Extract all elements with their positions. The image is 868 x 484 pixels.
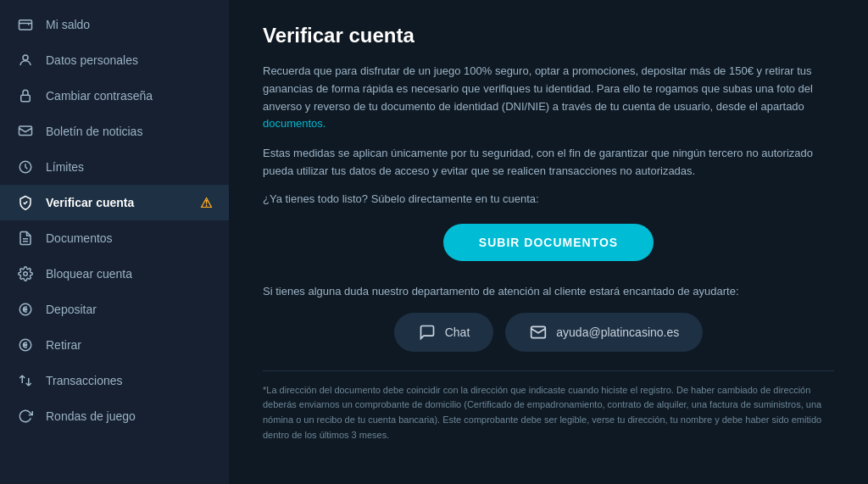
sidebar-item-mi-saldo[interactable]: Mi saldo (0, 7, 229, 42)
upload-prompt: ¿Ya tienes todo listo? Súbelo directamen… (263, 192, 834, 205)
sidebar-item-documentos[interactable]: Documentos (0, 220, 229, 256)
email-icon (529, 323, 548, 342)
warning-icon: ⚠ (200, 195, 212, 211)
sidebar-label: Boletín de noticias (46, 125, 142, 138)
sidebar-label: Cambiar contraseña (46, 89, 153, 103)
document-icon (17, 230, 34, 247)
svg-point-1 (23, 55, 28, 60)
sidebar-label: Rondas de juego (46, 409, 136, 423)
sidebar-label: Documentos (46, 231, 113, 245)
measures-paragraph: Estas medidas se aplican únicamente por … (263, 145, 834, 181)
svg-rect-3 (19, 126, 32, 136)
clock-icon (17, 159, 34, 175)
description-paragraph-1: Recuerda que para disfrutar de un juego … (263, 63, 834, 133)
contact-section: Chat ayuda@platincasino.es (263, 313, 834, 352)
message-icon (17, 123, 34, 140)
gear-icon (17, 265, 34, 282)
chat-icon (418, 323, 437, 342)
sidebar-label: Mi saldo (46, 18, 90, 31)
email-label: ayuda@platincasino.es (556, 325, 679, 339)
email-button[interactable]: ayuda@platincasino.es (505, 313, 703, 352)
sidebar-item-cambiar-contrasena[interactable]: Cambiar contraseña (0, 78, 229, 114)
sidebar-item-limites[interactable]: Límites (0, 149, 229, 185)
description-text-1: Recuerda que para disfrutar de un juego … (263, 64, 813, 113)
sidebar-label: Bloquear cuenta (46, 267, 132, 281)
footnote: *La dirección del documento debe coincid… (263, 370, 834, 442)
wallet-icon (17, 16, 34, 33)
sidebar-label: Verificar cuenta (46, 196, 134, 209)
chat-label: Chat (445, 325, 470, 339)
person-icon (17, 52, 34, 69)
sidebar-item-datos-personales[interactable]: Datos personales (0, 42, 229, 78)
svg-point-7 (24, 272, 28, 276)
upload-documents-button[interactable]: SUBIR DOCUMENTOS (443, 224, 654, 261)
euro-icon (17, 301, 34, 318)
documentos-link[interactable]: documentos. (263, 117, 326, 130)
sidebar-label: Retirar (46, 338, 81, 352)
chat-button[interactable]: Chat (394, 313, 494, 352)
support-text: Si tienes alguna duda nuestro departamen… (263, 285, 834, 298)
svg-rect-0 (19, 20, 32, 30)
main-content: Verificar cuenta Recuerda que para disfr… (229, 0, 868, 484)
euro-out-icon (17, 337, 34, 353)
sidebar-item-transacciones[interactable]: Transacciones (0, 363, 229, 398)
arrows-icon (17, 372, 34, 389)
footnote-text: *La dirección del documento debe coincid… (263, 385, 821, 440)
sidebar-label: Depositar (46, 303, 97, 316)
sidebar-label: Límites (46, 160, 84, 174)
svg-rect-2 (21, 95, 31, 102)
shield-icon (17, 194, 34, 211)
sidebar-item-rondas-juego[interactable]: Rondas de juego (0, 398, 229, 434)
page-title: Verificar cuenta (263, 24, 834, 47)
refresh-icon (17, 408, 34, 425)
lock-icon (17, 87, 34, 104)
sidebar-item-depositar[interactable]: Depositar (0, 292, 229, 327)
sidebar-item-retirar[interactable]: Retirar (0, 327, 229, 363)
sidebar: Mi saldo Datos personales Cambiar contra… (0, 0, 229, 484)
upload-section: SUBIR DOCUMENTOS (263, 224, 834, 261)
sidebar-item-bloquear-cuenta[interactable]: Bloquear cuenta (0, 256, 229, 292)
sidebar-label: Transacciones (46, 374, 123, 387)
sidebar-item-boletin-noticias[interactable]: Boletín de noticias (0, 114, 229, 149)
sidebar-item-verificar-cuenta[interactable]: Verificar cuenta ⚠ (0, 185, 229, 220)
sidebar-label: Datos personales (46, 53, 138, 67)
